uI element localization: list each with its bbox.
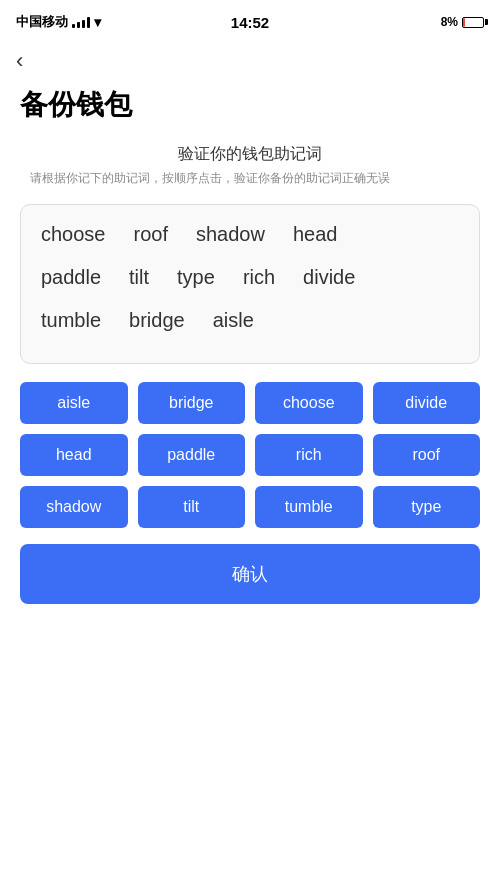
section-description: 请根据你记下的助记词，按顺序点击，验证你备份的助记词正确无误: [0, 165, 500, 192]
page-title: 备份钱包: [0, 78, 500, 144]
nav-bar: ‹: [0, 40, 500, 78]
display-word-roof: roof: [134, 223, 168, 246]
battery-icon: [462, 17, 484, 28]
carrier-label: 中国移动: [16, 13, 68, 31]
display-word-choose: choose: [41, 223, 106, 246]
chip-shadow[interactable]: shadow: [20, 486, 128, 528]
display-word-head: head: [293, 223, 338, 246]
battery-percent: 8%: [441, 15, 458, 29]
display-word-tilt: tilt: [129, 266, 149, 289]
chip-paddle[interactable]: paddle: [138, 434, 246, 476]
chip-type[interactable]: type: [373, 486, 481, 528]
word-display-row-1: choose roof shadow head: [41, 223, 459, 246]
status-time: 14:52: [231, 14, 269, 31]
chip-rich[interactable]: rich: [255, 434, 363, 476]
section-title: 验证你的钱包助记词: [0, 144, 500, 165]
chip-bridge[interactable]: bridge: [138, 382, 246, 424]
chip-roof[interactable]: roof: [373, 434, 481, 476]
chip-choose[interactable]: choose: [255, 382, 363, 424]
confirm-button[interactable]: 确认: [20, 544, 480, 604]
display-word-bridge: bridge: [129, 309, 185, 332]
word-display-box: choose roof shadow head paddle tilt type…: [20, 204, 480, 364]
display-word-rich: rich: [243, 266, 275, 289]
confirm-button-wrap: 确认: [20, 544, 480, 604]
section-header: 验证你的钱包助记词 请根据你记下的助记词，按顺序点击，验证你备份的助记词正确无误: [0, 144, 500, 192]
display-word-shadow: shadow: [196, 223, 265, 246]
word-chips-grid: aisle bridge choose divide head paddle r…: [20, 382, 480, 528]
chip-divide[interactable]: divide: [373, 382, 481, 424]
display-word-type: type: [177, 266, 215, 289]
display-word-aisle: aisle: [213, 309, 254, 332]
signal-icon: [72, 16, 90, 28]
chip-aisle[interactable]: aisle: [20, 382, 128, 424]
word-display-row-2: paddle tilt type rich divide: [41, 266, 459, 289]
wifi-icon: ▾: [94, 14, 101, 30]
word-display-row-3: tumble bridge aisle: [41, 309, 459, 332]
status-right: 8%: [441, 15, 484, 29]
display-word-divide: divide: [303, 266, 355, 289]
status-bar: 中国移动 ▾ 14:52 8%: [0, 0, 500, 40]
word-chips-section: aisle bridge choose divide head paddle r…: [20, 382, 480, 528]
chip-tilt[interactable]: tilt: [138, 486, 246, 528]
display-word-tumble: tumble: [41, 309, 101, 332]
status-left: 中国移动 ▾: [16, 13, 101, 31]
back-button[interactable]: ‹: [16, 48, 23, 74]
display-word-paddle: paddle: [41, 266, 101, 289]
chip-head[interactable]: head: [20, 434, 128, 476]
chip-tumble[interactable]: tumble: [255, 486, 363, 528]
